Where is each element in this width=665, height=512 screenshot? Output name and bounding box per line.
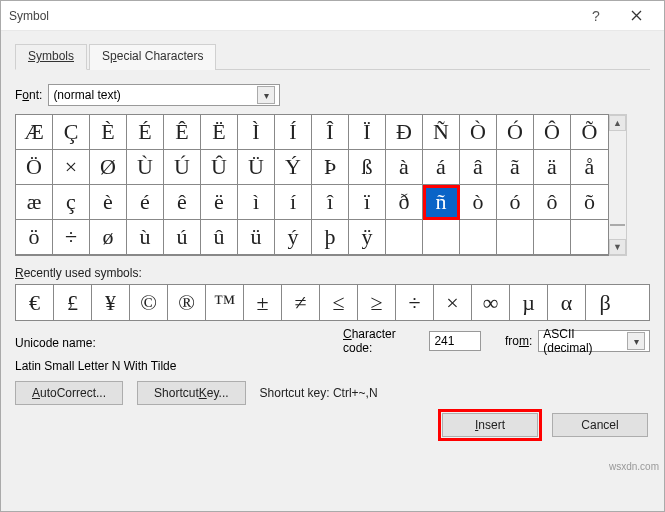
symbol-cell[interactable]: å	[571, 150, 608, 185]
symbol-cell[interactable]: ó	[497, 185, 534, 220]
help-button[interactable]: ?	[576, 2, 616, 30]
symbol-cell[interactable]: ñ	[423, 185, 460, 220]
symbol-cell[interactable]: Ø	[90, 150, 127, 185]
symbol-cell[interactable]: ï	[349, 185, 386, 220]
from-select[interactable]: ASCII (decimal) ▾	[538, 330, 650, 352]
tab-symbols[interactable]: Symbols	[15, 44, 87, 70]
symbol-cell[interactable]: ê	[164, 185, 201, 220]
symbol-cell-empty	[423, 220, 460, 255]
recent-symbol-cell[interactable]: ¥	[92, 285, 130, 320]
symbol-cell[interactable]: Ô	[534, 115, 571, 150]
close-icon	[631, 10, 642, 21]
scrollbar-thumb[interactable]	[610, 224, 625, 226]
symbol-cell[interactable]: ø	[90, 220, 127, 255]
charcode-value: 241	[434, 334, 454, 348]
insert-button[interactable]: Insert	[442, 413, 538, 437]
chevron-down-icon: ▾	[627, 332, 645, 350]
symbol-cell[interactable]: ð	[386, 185, 423, 220]
recent-symbol-cell[interactable]: ≤	[320, 285, 358, 320]
symbol-cell[interactable]: Ý	[275, 150, 312, 185]
recent-symbol-cell[interactable]: α	[548, 285, 586, 320]
symbol-cell[interactable]: ô	[534, 185, 571, 220]
symbol-cell[interactable]: ÷	[53, 220, 90, 255]
symbol-cell[interactable]: Ì	[238, 115, 275, 150]
symbol-cell[interactable]: Í	[275, 115, 312, 150]
symbol-cell[interactable]: û	[201, 220, 238, 255]
symbol-cell[interactable]: à	[386, 150, 423, 185]
scroll-down-icon[interactable]: ▼	[609, 239, 626, 255]
symbol-cell[interactable]: Ú	[164, 150, 201, 185]
symbol-cell[interactable]: ã	[497, 150, 534, 185]
symbol-cell[interactable]: ß	[349, 150, 386, 185]
symbol-cell[interactable]: æ	[16, 185, 53, 220]
symbol-cell[interactable]: Ð	[386, 115, 423, 150]
recent-symbol-cell[interactable]: ≥	[358, 285, 396, 320]
symbol-cell[interactable]: Ó	[497, 115, 534, 150]
cancel-button[interactable]: Cancel	[552, 413, 648, 437]
symbol-cell[interactable]: â	[460, 150, 497, 185]
recent-symbol-cell[interactable]: µ	[510, 285, 548, 320]
charcode-input[interactable]: 241	[429, 331, 480, 351]
recent-symbol-cell[interactable]: β	[586, 285, 624, 320]
symbol-cell[interactable]: Æ	[16, 115, 53, 150]
symbol-cell[interactable]: ü	[238, 220, 275, 255]
symbol-cell[interactable]: ì	[238, 185, 275, 220]
symbol-cell[interactable]: Ñ	[423, 115, 460, 150]
recent-symbol-cell[interactable]: ×	[434, 285, 472, 320]
symbol-cell[interactable]: Î	[312, 115, 349, 150]
footer: Insert Cancel	[15, 405, 650, 437]
symbol-cell[interactable]: ý	[275, 220, 312, 255]
tab-special-characters[interactable]: Special Characters	[89, 44, 216, 70]
symbol-cell[interactable]: ÿ	[349, 220, 386, 255]
symbol-cell[interactable]: Õ	[571, 115, 608, 150]
font-select[interactable]: (normal text) ▾	[48, 84, 280, 106]
symbol-cell[interactable]: Ö	[16, 150, 53, 185]
symbol-cell[interactable]: õ	[571, 185, 608, 220]
symbol-cell[interactable]: ×	[53, 150, 90, 185]
symbol-cell[interactable]: Ò	[460, 115, 497, 150]
recent-symbol-cell[interactable]: ®	[168, 285, 206, 320]
recent-symbol-cell[interactable]: ∞	[472, 285, 510, 320]
symbol-cell[interactable]: Ë	[201, 115, 238, 150]
symbol-cell[interactable]: Ü	[238, 150, 275, 185]
symbol-cell[interactable]: è	[90, 185, 127, 220]
recent-symbol-cell[interactable]: €	[16, 285, 54, 320]
symbol-grid[interactable]: ÆÇÈÉÊËÌÍÎÏÐÑÒÓÔÕÖ×ØÙÚÛÜÝÞßàáâãäåæçèéêëìí…	[15, 114, 609, 256]
symbol-cell[interactable]: Ù	[127, 150, 164, 185]
shortcut-key-button[interactable]: Shortcut Key...	[137, 381, 246, 405]
symbol-cell[interactable]: ç	[53, 185, 90, 220]
symbol-cell[interactable]: ò	[460, 185, 497, 220]
dialog-body: Symbols Special Characters Font: (normal…	[1, 31, 664, 511]
symbol-cell[interactable]: Ê	[164, 115, 201, 150]
recent-symbols-grid[interactable]: €£¥©®™±≠≤≥÷×∞µαβ	[15, 284, 650, 321]
scrollbar[interactable]: ▲ ▼	[609, 114, 627, 256]
symbol-cell[interactable]: ö	[16, 220, 53, 255]
recent-symbol-cell[interactable]: ™	[206, 285, 244, 320]
symbol-cell[interactable]: ë	[201, 185, 238, 220]
recent-symbol-cell[interactable]: ©	[130, 285, 168, 320]
symbol-cell[interactable]: þ	[312, 220, 349, 255]
symbol-cell[interactable]: Û	[201, 150, 238, 185]
symbol-cell[interactable]: é	[127, 185, 164, 220]
recent-symbol-cell[interactable]: £	[54, 285, 92, 320]
symbol-cell[interactable]: á	[423, 150, 460, 185]
symbol-cell[interactable]: î	[312, 185, 349, 220]
symbol-cell[interactable]: ä	[534, 150, 571, 185]
meta-row: Unicode name: Character code: 241 from: …	[15, 331, 650, 355]
close-button[interactable]	[616, 2, 656, 30]
recent-symbol-cell[interactable]: ≠	[282, 285, 320, 320]
symbol-cell[interactable]: Þ	[312, 150, 349, 185]
recent-symbol-cell[interactable]: ÷	[396, 285, 434, 320]
symbol-cell[interactable]: ù	[127, 220, 164, 255]
symbol-cell[interactable]: Ï	[349, 115, 386, 150]
symbol-cell[interactable]: Ç	[53, 115, 90, 150]
symbol-cell[interactable]: í	[275, 185, 312, 220]
symbol-cell[interactable]: È	[90, 115, 127, 150]
symbol-cell[interactable]: É	[127, 115, 164, 150]
symbol-cell[interactable]: ú	[164, 220, 201, 255]
recent-symbol-cell[interactable]: ±	[244, 285, 282, 320]
symbol-cell-empty	[460, 220, 497, 255]
scroll-up-icon[interactable]: ▲	[609, 115, 626, 131]
button-row: AutoCorrect... Shortcut Key... Shortcut …	[15, 381, 650, 405]
autocorrect-button[interactable]: AutoCorrect...	[15, 381, 123, 405]
